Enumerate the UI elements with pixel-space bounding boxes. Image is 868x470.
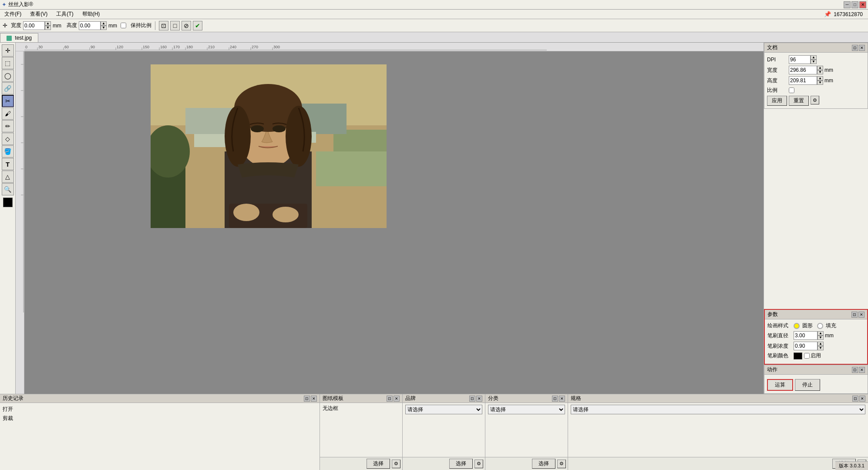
height-up-btn[interactable]: ▲ [101, 21, 107, 26]
width-spinner[interactable]: ▲ ▼ [23, 21, 51, 30]
tool-brush[interactable]: 🖌 [2, 107, 14, 120]
brush-diameter-spinner[interactable]: ▲ ▼ [794, 331, 824, 340]
tool-crop[interactable]: ✂ [2, 95, 14, 107]
brush-density-down-btn[interactable]: ▼ [818, 346, 824, 350]
category-settings-btn[interactable]: ⚙ [557, 460, 566, 468]
menu-file[interactable]: 文件(F) [2, 10, 24, 19]
width-down-btn[interactable]: ▼ [45, 26, 51, 30]
tool-lasso[interactable]: 🔗 [2, 82, 14, 94]
brush-diameter-down-btn[interactable]: ▼ [818, 336, 824, 340]
doc-width-spinner[interactable]: ▲ ▼ [789, 66, 823, 74]
brush-diameter-input[interactable] [794, 331, 818, 340]
style-circle-radio[interactable] [794, 323, 800, 329]
category-close-btn[interactable]: ✕ [559, 396, 565, 402]
tool-shape[interactable]: △ [2, 171, 14, 183]
spec-panel-content: 请选择 [568, 403, 868, 457]
tool-zoom[interactable]: 🔍 [2, 183, 14, 195]
category-select[interactable]: 请选择 [488, 405, 565, 414]
spec-select[interactable]: 请选择 [571, 405, 865, 414]
spec-float-btn[interactable]: ⊡ [852, 396, 858, 402]
category-select-btn[interactable]: 选择 [532, 459, 555, 469]
history-item-crop[interactable]: 剪裁 [3, 414, 317, 423]
actions-float-btn[interactable]: ⊡ [852, 367, 858, 373]
brand-select[interactable]: 请选择 [405, 405, 482, 414]
style-fill-radio[interactable] [817, 323, 823, 329]
doc-height-up-btn[interactable]: ▲ [817, 76, 823, 81]
category-panel-title: 分类 [488, 395, 498, 402]
brush-color-swatch[interactable] [794, 352, 802, 359]
width-label: 宽度 [11, 22, 21, 29]
template-close-btn[interactable]: ✕ [394, 396, 400, 402]
doc-height-down-btn[interactable]: ▼ [817, 81, 823, 85]
menu-view[interactable]: 查看(V) [27, 10, 50, 19]
height-spinner[interactable]: ▲ ▼ [79, 21, 107, 30]
keep-ratio-checkbox[interactable] [121, 23, 126, 28]
history-item-open[interactable]: 打开 [3, 405, 317, 414]
template-settings-btn[interactable]: ⚙ [392, 460, 400, 468]
minimize-button[interactable]: ─ [844, 1, 851, 8]
run-button[interactable]: 运算 [767, 379, 793, 391]
actions-close-btn[interactable]: ✕ [859, 367, 865, 373]
tool-pencil[interactable]: ✏ [2, 120, 14, 132]
close-button[interactable]: ✕ [859, 1, 866, 8]
doc-panel-float-btn[interactable]: ⊡ [852, 45, 858, 51]
brand-settings-btn[interactable]: ⚙ [474, 460, 483, 468]
tool-eraser[interactable]: ◇ [2, 133, 14, 145]
height-input[interactable] [79, 21, 101, 30]
doc-height-spinner[interactable]: ▲ ▼ [789, 76, 823, 85]
brand-float-btn[interactable]: ⊡ [469, 396, 475, 402]
brand-select-btn[interactable]: 选择 [449, 459, 473, 469]
brand-close-btn[interactable]: ✕ [476, 396, 482, 402]
params-float-btn[interactable]: ⊡ [851, 312, 858, 318]
category-float-btn[interactable]: ⊡ [552, 396, 558, 402]
doc-panel-close-btn[interactable]: ✕ [859, 45, 865, 51]
template-float-btn[interactable]: ⊡ [387, 396, 393, 402]
tool-text[interactable]: T [2, 158, 14, 170]
brush-density-up-btn[interactable]: ▲ [818, 342, 824, 346]
stop-button[interactable]: 停止 [795, 379, 820, 391]
crop-btn[interactable]: ⊡ [159, 21, 168, 30]
width-input[interactable] [23, 21, 45, 30]
tool-fill[interactable]: 🪣 [2, 145, 14, 158]
height-down-btn[interactable]: ▼ [101, 26, 107, 30]
svg-point-47 [225, 106, 251, 167]
width-up-btn[interactable]: ▲ [45, 21, 51, 26]
tool-select-rect[interactable]: ⬚ [2, 57, 14, 69]
apply-btn[interactable]: 应用 [767, 96, 787, 106]
spec-panel-btns: ⊡ ✕ [852, 396, 865, 402]
template-current: 无边框 [323, 405, 400, 412]
history-close-btn[interactable]: ✕ [311, 396, 317, 402]
brush-diameter-up-btn[interactable]: ▲ [818, 331, 824, 336]
cancel-btn[interactable]: ⊘ [182, 21, 191, 30]
tool-move[interactable]: ✛ [2, 44, 14, 57]
brush-color-enable-checkbox[interactable] [804, 353, 810, 359]
menu-help[interactable]: 帮助(H) [80, 10, 103, 19]
frame-btn[interactable]: □ [170, 21, 180, 30]
spec-close-btn[interactable]: ✕ [859, 396, 865, 402]
image-canvas[interactable] [151, 64, 387, 228]
tool-select-circle[interactable]: ◯ [2, 70, 14, 82]
brush-density-spinner[interactable]: ▲ ▼ [794, 342, 824, 350]
dpi-spinner[interactable]: ▲ ▼ [789, 55, 817, 64]
confirm-btn[interactable]: ✔ [193, 21, 202, 30]
doc-settings-btn[interactable]: ⚙ [811, 96, 819, 104]
params-close-btn[interactable]: ✕ [858, 312, 865, 318]
menu-tools[interactable]: 工具(T) [54, 10, 76, 19]
reset-btn[interactable]: 重置 [789, 96, 809, 106]
doc-height-input[interactable] [789, 76, 817, 85]
maximize-button[interactable]: □ [851, 1, 858, 8]
brand-panel-title: 品牌 [405, 395, 416, 402]
dpi-down-btn[interactable]: ▼ [811, 60, 817, 64]
canvas-content[interactable] [24, 51, 764, 394]
file-tab[interactable]: test.jpg [0, 33, 38, 42]
brush-density-input[interactable] [794, 342, 818, 350]
doc-width-input[interactable] [789, 66, 817, 74]
color-swatch[interactable] [3, 198, 13, 207]
template-select-btn[interactable]: 选择 [367, 459, 390, 469]
dpi-up-btn[interactable]: ▲ [811, 55, 817, 60]
history-float-btn[interactable]: ⊡ [304, 396, 310, 402]
doc-width-down-btn[interactable]: ▼ [817, 70, 823, 74]
dpi-input[interactable] [789, 55, 811, 64]
doc-width-up-btn[interactable]: ▲ [817, 66, 823, 70]
ratio-checkbox[interactable] [789, 87, 794, 93]
